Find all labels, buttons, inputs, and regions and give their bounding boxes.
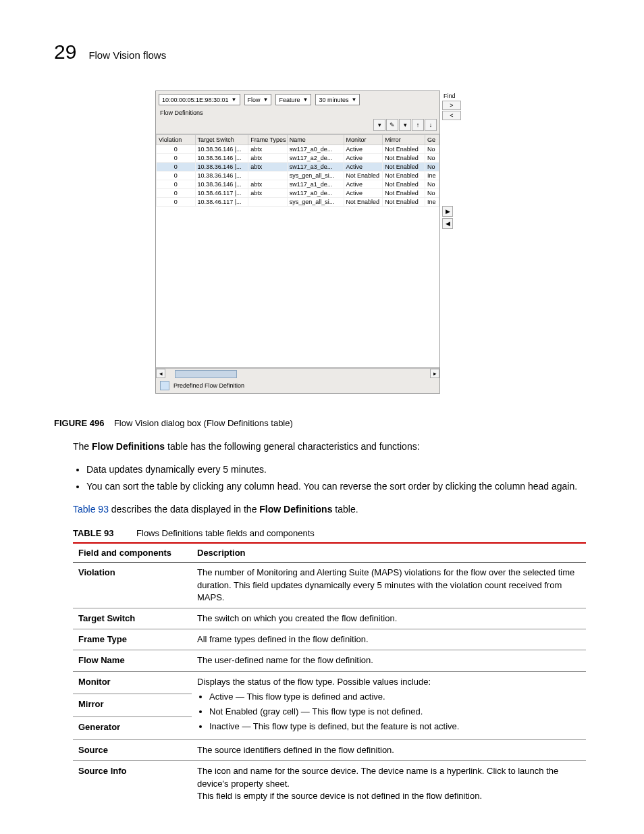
field-name: Frame Type	[73, 629, 192, 650]
table-row[interactable]: 010.38.36.146 |...abtxsw117_a1_de...Acti…	[157, 180, 439, 189]
grid-column-header[interactable]: Violation	[157, 135, 196, 145]
find-label: Find	[442, 93, 462, 99]
table-number: TABLE 93	[73, 528, 113, 538]
field-name: Generator	[73, 717, 192, 740]
config-icon[interactable]: ✎	[386, 119, 398, 131]
monitor-value-item: Active — This flow type is defined and a…	[209, 691, 581, 703]
field-description: The icon and name for the source device.…	[192, 761, 586, 806]
toolbar-icons: ▾ ✎ ▾ ↑ ↓	[156, 118, 439, 134]
find-next-button[interactable]: >	[442, 101, 461, 110]
table-caption: TABLE 93 Flows Definitions table fields …	[73, 528, 590, 538]
col-desc: Description	[192, 543, 586, 563]
table-row[interactable]: 010.38.36.146 |...abtxsw117_a0_de...Acti…	[157, 145, 439, 154]
page-header: 29 Flow Vision flows	[54, 41, 590, 63]
field-description: All frame types defined in the flow defi…	[192, 629, 586, 650]
page-number: 29	[54, 41, 76, 63]
figure-caption-text: Flow Vision dialog box (Flow Definitions…	[114, 418, 293, 428]
bullet-item: You can sort the table by clicking any c…	[86, 480, 590, 494]
field-name: Violation	[73, 563, 192, 608]
nav-right-icon[interactable]: ▶	[442, 206, 453, 217]
grid-column-header[interactable]: Mirror	[383, 135, 425, 145]
figure-number: FIGURE 496	[54, 418, 104, 428]
section-label: Flow Definitions	[156, 108, 439, 118]
grid-column-header[interactable]: Target Switch	[195, 135, 248, 145]
intro-paragraph: The Flow Definitions table has the follo…	[73, 440, 590, 454]
toolbar-primary: 10:00:00:05:1E:98:30:01▼ Flow▼ Feature▼ …	[156, 91, 439, 108]
wwn-combo[interactable]: 10:00:00:05:1E:98:30:01▼	[159, 94, 240, 105]
figure-caption: FIGURE 496 Flow Vision dialog box (Flow …	[54, 418, 590, 428]
table-title: Flows Definitions table fields and compo…	[136, 528, 315, 538]
table-row[interactable]: 010.38.36.146 |...abtxsw117_a3_de...Acti…	[157, 163, 439, 172]
xref-paragraph: Table 93 describes the data displayed in…	[73, 503, 590, 517]
table-row[interactable]: 010.38.46.117 |...sys_gen_all_si...Not E…	[157, 198, 439, 207]
dropdown2-icon[interactable]: ▾	[399, 119, 411, 131]
grid-column-header[interactable]: Monitor	[344, 135, 383, 145]
feature-combo[interactable]: Feature▼	[275, 94, 311, 105]
field-description: Displays the status of the flow type. Po…	[192, 671, 586, 740]
intro-bullets: Data updates dynamically every 5 minutes…	[86, 463, 590, 494]
table-row[interactable]: 010.38.46.117 |...abtxsw117_a0_de...Acti…	[157, 189, 439, 198]
dropdown-icon[interactable]: ▾	[373, 119, 385, 131]
field-name: Target Switch	[73, 608, 192, 629]
field-name: Source	[73, 740, 192, 761]
field-name: Flow Name	[73, 650, 192, 671]
legend: Predefined Flow Definition	[156, 378, 439, 393]
table-93: Field and components Description Violati…	[73, 542, 586, 806]
field-name: Mirror	[73, 694, 192, 717]
nav-arrows: ▶ ◀	[442, 206, 453, 229]
field-description: The source identifiers defined in the fl…	[192, 740, 586, 761]
legend-text: Predefined Flow Definition	[173, 382, 244, 389]
col-field: Field and components	[73, 543, 192, 563]
duration-combo[interactable]: 30 minutes▼	[315, 94, 360, 105]
bullet-item: Data updates dynamically every 5 minutes…	[86, 463, 590, 477]
grid-column-header[interactable]: Ge	[425, 135, 439, 145]
figure-screenshot: Find > < ▶ ◀ 10:00:00:05:1E:98:30:01▼ Fl…	[155, 90, 590, 394]
table-93-link[interactable]: Table 93	[73, 504, 109, 515]
nav-left-icon[interactable]: ◀	[442, 218, 453, 229]
field-description: The switch on which you created the flow…	[192, 608, 586, 629]
field-name: Monitor	[73, 671, 192, 694]
table-row[interactable]: 010.38.36.146 |...abtxsw117_a2_de...Acti…	[157, 154, 439, 163]
legend-swatch	[160, 381, 169, 390]
grid-column-header[interactable]: Name	[287, 135, 344, 145]
flow-vision-dialog: Find > < ▶ ◀ 10:00:00:05:1E:98:30:01▼ Fl…	[155, 90, 440, 394]
field-description: The number of Monitoring and Alerting Su…	[192, 563, 586, 608]
table-row[interactable]: 010.38.36.146 |...sys_gen_all_si...Not E…	[157, 172, 439, 180]
horizontal-scrollbar[interactable]: ◂ ▸	[156, 368, 439, 378]
up-arrow-icon[interactable]: ↑	[412, 119, 424, 131]
field-description: The user-defined name for the flow defin…	[192, 650, 586, 671]
grid-column-header[interactable]: Frame Types	[248, 135, 288, 145]
flow-definitions-grid[interactable]: ViolationTarget SwitchFrame TypesNameMon…	[156, 134, 439, 368]
find-panel: Find > <	[442, 93, 462, 121]
down-arrow-icon[interactable]: ↓	[425, 119, 437, 131]
monitor-value-item: Inactive — This flow type is defined, bu…	[209, 721, 581, 733]
field-name: Source Info	[73, 761, 192, 806]
flow-combo[interactable]: Flow▼	[244, 94, 272, 105]
monitor-value-item: Not Enabled (gray cell) — This flow type…	[209, 706, 581, 718]
find-prev-button[interactable]: <	[442, 111, 461, 120]
section-title: Flow Vision flows	[88, 49, 166, 61]
